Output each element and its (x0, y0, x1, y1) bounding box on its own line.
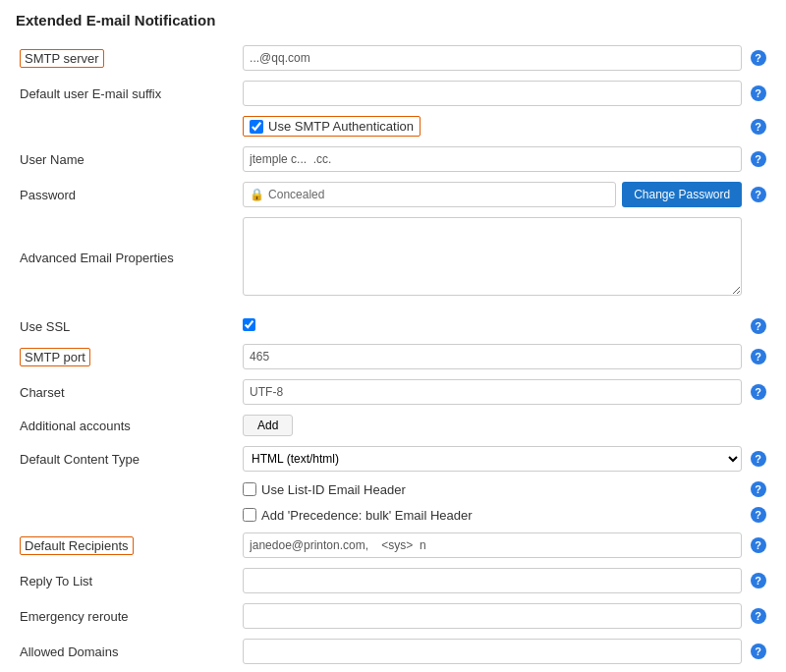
list-id-row: Use List-ID Email Header ? (16, 476, 770, 502)
smtp-port-help-icon[interactable]: ? (751, 349, 766, 364)
default-recipients-row: Default Recipients ? (16, 528, 770, 563)
smtp-server-help: ? (746, 40, 770, 76)
smtp-port-outlined: SMTP port (20, 348, 90, 366)
reply-to-field-cell (239, 563, 746, 598)
smtp-auth-help-icon[interactable]: ? (751, 119, 766, 135)
change-password-button[interactable]: Change Password (622, 182, 742, 207)
precedence-help-icon[interactable]: ? (751, 507, 766, 523)
email-suffix-label: Default user E-mail suffix (16, 76, 239, 111)
charset-label: Charset (16, 374, 239, 410)
additional-accounts-label: Additional accounts (16, 410, 239, 441)
allowed-domains-label: Allowed Domains (16, 634, 239, 669)
email-suffix-help: ? (746, 76, 770, 111)
email-suffix-field-cell (239, 76, 746, 111)
email-suffix-row: Default user E-mail suffix ? (16, 76, 770, 111)
password-concealed-text: Concealed (268, 188, 324, 201)
username-field-cell (239, 141, 746, 177)
emergency-reroute-field-cell (239, 598, 746, 634)
divider1 (16, 304, 770, 313)
charset-row: Charset ? (16, 374, 770, 410)
smtp-auth-text: Use SMTP Authentication (268, 119, 414, 134)
smtp-port-row: SMTP port ? (16, 339, 770, 374)
advanced-email-row: Advanced Email Properties (16, 212, 770, 304)
smtp-port-field-cell (239, 339, 746, 374)
additional-accounts-row: Additional accounts Add (16, 410, 770, 441)
emergency-reroute-help-icon[interactable]: ? (751, 608, 766, 624)
page-container: Extended E-mail Notification SMTP server… (0, 0, 786, 672)
username-input[interactable] (243, 146, 742, 172)
smtp-auth-row: Use SMTP Authentication ? (16, 111, 770, 141)
smtp-server-outlined: SMTP server (20, 49, 104, 68)
use-ssl-help-icon[interactable]: ? (751, 318, 766, 334)
charset-field-cell (239, 374, 746, 410)
precedence-label: Add 'Precedence: bulk' Email Header (243, 508, 742, 523)
precedence-row: Add 'Precedence: bulk' Email Header ? (16, 502, 770, 528)
username-label: User Name (16, 141, 239, 177)
lock-icon: 🔒 (250, 188, 264, 201)
smtp-auth-label-cell (16, 111, 239, 141)
content-type-field-cell: HTML (text/html) (239, 441, 746, 476)
use-ssl-row: Use SSL ? (16, 313, 770, 339)
form-table: SMTP server ? Default user E-mail suffix… (16, 40, 770, 672)
password-field-cell: 🔒 Concealed Change Password (239, 177, 746, 212)
password-row: Password 🔒 Concealed Change Password ? (16, 177, 770, 212)
email-suffix-help-icon[interactable]: ? (751, 85, 766, 101)
advanced-email-label: Advanced Email Properties (16, 212, 239, 304)
smtp-server-input[interactable] (243, 45, 742, 71)
emergency-reroute-row: Emergency reroute ? (16, 598, 770, 634)
allowed-domains-help-icon[interactable]: ? (751, 644, 766, 659)
default-recipients-label: Default Recipients (16, 528, 239, 563)
content-type-select[interactable]: HTML (text/html) (243, 446, 742, 472)
default-recipients-help-icon[interactable]: ? (751, 537, 766, 553)
content-type-label: Default Content Type (16, 441, 239, 476)
smtp-server-field-cell (239, 40, 746, 76)
reply-to-label: Reply To List (16, 563, 239, 598)
use-ssl-field-cell (239, 313, 746, 339)
smtp-auth-field-cell: Use SMTP Authentication (239, 111, 746, 141)
password-label: Password (16, 177, 239, 212)
reply-to-help-icon[interactable]: ? (751, 573, 766, 588)
emergency-reroute-label: Emergency reroute (16, 598, 239, 634)
password-row-inner: 🔒 Concealed Change Password (243, 182, 742, 207)
reply-to-row: Reply To List ? (16, 563, 770, 598)
password-help-icon[interactable]: ? (751, 187, 766, 202)
smtp-port-input[interactable] (243, 344, 742, 369)
use-ssl-checkbox[interactable] (243, 318, 255, 331)
email-suffix-input[interactable] (243, 81, 742, 106)
list-id-help-icon[interactable]: ? (751, 481, 766, 497)
use-ssl-label: Use SSL (16, 313, 239, 339)
default-recipients-outlined: Default Recipients (20, 536, 134, 555)
charset-help-icon[interactable]: ? (751, 384, 766, 400)
precedence-text: Add 'Precedence: bulk' Email Header (261, 508, 473, 523)
content-type-help-icon[interactable]: ? (751, 451, 766, 467)
smtp-auth-checkbox[interactable] (250, 120, 263, 134)
smtp-server-row: SMTP server ? (16, 40, 770, 76)
username-row: User Name ? (16, 141, 770, 177)
list-id-label: Use List-ID Email Header (243, 482, 742, 497)
advanced-email-textarea[interactable] (243, 217, 742, 296)
additional-accounts-field-cell: Add (239, 410, 746, 441)
default-recipients-field-cell (239, 528, 746, 563)
precedence-checkbox[interactable] (243, 508, 256, 522)
list-id-checkbox[interactable] (243, 482, 256, 496)
page-title: Extended E-mail Notification (16, 12, 770, 28)
username-help-icon[interactable]: ? (751, 151, 766, 167)
password-display: 🔒 Concealed (243, 182, 616, 207)
allowed-domains-input[interactable] (243, 639, 742, 664)
emergency-reroute-input[interactable] (243, 603, 742, 629)
precedence-label-cell (16, 502, 239, 528)
content-type-row: Default Content Type HTML (text/html) ? (16, 441, 770, 476)
list-id-field-cell: Use List-ID Email Header (239, 476, 746, 502)
allowed-domains-row: Allowed Domains ? (16, 634, 770, 669)
smtp-port-label: SMTP port (16, 339, 239, 374)
smtp-server-help-icon[interactable]: ? (751, 50, 766, 66)
add-account-button[interactable]: Add (243, 415, 293, 436)
precedence-field-cell: Add 'Precedence: bulk' Email Header (239, 502, 746, 528)
smtp-auth-outlined: Use SMTP Authentication (243, 116, 421, 137)
charset-input[interactable] (243, 379, 742, 405)
default-recipients-input[interactable] (243, 532, 742, 558)
smtp-server-label: SMTP server (16, 40, 239, 76)
list-id-text: Use List-ID Email Header (261, 482, 406, 497)
reply-to-input[interactable] (243, 568, 742, 593)
list-id-label-cell (16, 476, 239, 502)
